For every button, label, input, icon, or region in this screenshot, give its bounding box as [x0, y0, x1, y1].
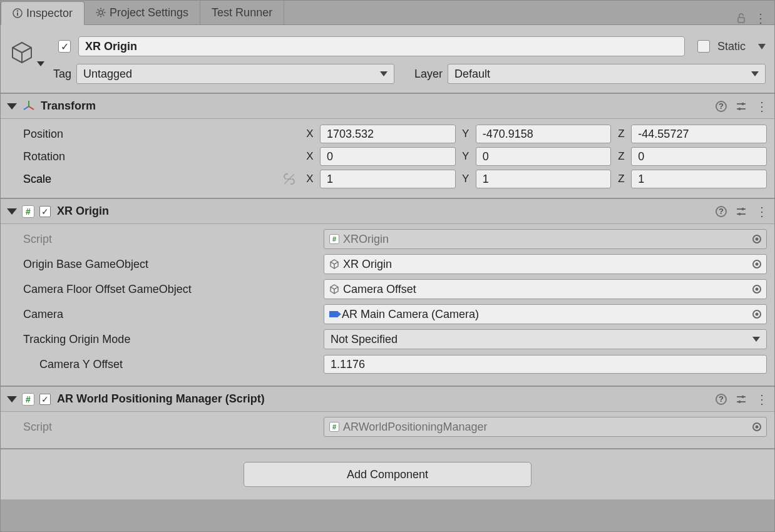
camera-y-offset-label: Camera Y Offset: [23, 358, 319, 371]
layer-label: Layer: [414, 68, 443, 81]
add-component-area: Add Component: [1, 448, 774, 499]
fold-icon: [7, 396, 17, 402]
ar-world-title: AR World Positioning Manager (Script): [57, 392, 265, 406]
static-label: Static: [717, 40, 746, 53]
svg-rect-33: [742, 396, 744, 398]
object-picker-icon[interactable]: [752, 310, 761, 319]
camera-y-offset-input[interactable]: 1.1176: [324, 355, 767, 374]
rotation-label: Rotation: [23, 150, 300, 163]
svg-line-8: [98, 9, 99, 11]
script-icon: #: [22, 205, 34, 218]
tracking-mode-label: Tracking Origin Mode: [23, 333, 319, 346]
tab-bar: Inspector Project Settings Test Runner ⋮: [1, 1, 774, 25]
info-icon: [13, 8, 23, 18]
position-y-input[interactable]: -470.9158: [476, 125, 612, 143]
svg-line-11: [98, 14, 99, 16]
tab-project-settings-label: Project Settings: [110, 6, 188, 19]
ar-world-header[interactable]: # AR World Positioning Manager (Script) …: [1, 387, 774, 412]
transform-component: Transform ? ⋮ Position X 1703.532 Y -470…: [1, 93, 774, 198]
component-menu-icon[interactable]: ⋮: [756, 205, 768, 218]
add-component-button[interactable]: Add Component: [244, 462, 531, 487]
ar-world-component: # AR World Positioning Manager (Script) …: [1, 386, 774, 448]
tab-inspector-label: Inspector: [26, 7, 73, 20]
static-dropdown-icon[interactable]: [758, 44, 766, 49]
scale-x-input[interactable]: 1: [320, 170, 456, 188]
svg-rect-25: [742, 208, 744, 210]
position-label: Position: [23, 128, 300, 141]
camera-mini-icon: [329, 311, 338, 317]
object-picker-icon[interactable]: [752, 285, 761, 294]
origin-base-label: Origin Base GameObject: [23, 258, 319, 271]
transform-icon: [22, 100, 36, 113]
component-menu-icon[interactable]: ⋮: [756, 393, 768, 406]
xr-origin-header[interactable]: # XR Origin ? ⋮: [1, 199, 774, 224]
tracking-mode-dropdown[interactable]: Not Specified: [324, 329, 767, 349]
gameobject-mini-icon: [329, 259, 339, 269]
xr-origin-enable-checkbox[interactable]: [39, 206, 51, 217]
script-label: Script: [23, 421, 319, 434]
window-menu-icon[interactable]: ⋮: [754, 12, 767, 24]
position-z-input[interactable]: -44.55727: [631, 125, 767, 143]
axis-y-label: Y: [459, 128, 472, 140]
fold-icon: [7, 103, 17, 110]
gameobject-name-input[interactable]: XR Origin: [78, 36, 685, 56]
tab-project-settings[interactable]: Project Settings: [85, 1, 200, 24]
active-checkbox[interactable]: [58, 40, 71, 53]
static-checkbox[interactable]: [697, 40, 710, 53]
help-icon[interactable]: ?: [716, 206, 727, 217]
script-icon: #: [22, 393, 34, 406]
preset-icon[interactable]: [736, 394, 747, 405]
tab-test-runner-label: Test Runner: [212, 6, 272, 19]
xr-origin-title: XR Origin: [57, 205, 109, 218]
axis-z-label: Z: [615, 128, 627, 140]
scale-z-input[interactable]: 1: [631, 170, 767, 188]
svg-rect-34: [739, 401, 741, 403]
camera-floor-field[interactable]: Camera Offset: [324, 279, 767, 299]
svg-rect-2: [17, 13, 18, 16]
object-picker-icon: [752, 422, 761, 431]
preset-icon[interactable]: [736, 101, 747, 112]
xr-origin-component: # XR Origin ? ⋮ Script # XROrigin: [1, 198, 774, 386]
position-x-input[interactable]: 1703.532: [320, 125, 456, 143]
scale-y-input[interactable]: 1: [476, 170, 612, 188]
tab-test-runner[interactable]: Test Runner: [200, 1, 284, 24]
gameobject-icon[interactable]: [9, 40, 34, 65]
ar-world-enable-checkbox[interactable]: [39, 394, 51, 405]
unlock-icon[interactable]: [736, 13, 747, 24]
origin-base-field[interactable]: XR Origin: [324, 254, 767, 274]
help-icon[interactable]: ?: [716, 394, 727, 405]
svg-line-16: [29, 106, 34, 110]
fold-icon: [7, 208, 17, 215]
object-picker-icon[interactable]: [752, 260, 761, 269]
camera-floor-label: Camera Floor Offset GameObject: [23, 283, 319, 296]
scale-label-text: Scale: [23, 173, 51, 186]
svg-rect-12: [738, 18, 744, 23]
rotation-y-input[interactable]: 0: [476, 147, 612, 166]
component-menu-icon[interactable]: ⋮: [756, 100, 768, 113]
axis-x-label: X: [304, 128, 316, 140]
camera-label: Camera: [23, 308, 319, 321]
script-field: # ARWorldPositioningManager: [324, 417, 767, 437]
svg-rect-21: [739, 108, 741, 110]
svg-line-17: [24, 106, 29, 110]
svg-rect-26: [739, 213, 741, 215]
constrain-proportions-icon[interactable]: [282, 172, 296, 186]
svg-line-9: [103, 14, 104, 16]
gear-icon: [96, 8, 106, 18]
svg-point-1: [17, 10, 18, 11]
tab-inspector[interactable]: Inspector: [1, 1, 85, 25]
transform-header[interactable]: Transform ? ⋮: [1, 94, 774, 119]
preset-icon[interactable]: [736, 206, 747, 217]
gameobject-header: XR Origin Static: [1, 25, 774, 61]
object-picker-icon: [752, 235, 761, 243]
tag-dropdown[interactable]: Untagged: [76, 64, 394, 84]
camera-field[interactable]: AR Main Camera (Camera): [324, 304, 767, 324]
svg-point-3: [99, 11, 103, 14]
script-field: # XROrigin: [324, 229, 767, 249]
prefab-dropdown-icon[interactable]: [37, 61, 44, 66]
layer-dropdown[interactable]: Default: [448, 64, 766, 84]
rotation-z-input[interactable]: 0: [631, 147, 767, 166]
rotation-x-input[interactable]: 0: [320, 147, 456, 166]
help-icon[interactable]: ?: [716, 101, 727, 112]
svg-line-10: [103, 9, 104, 11]
